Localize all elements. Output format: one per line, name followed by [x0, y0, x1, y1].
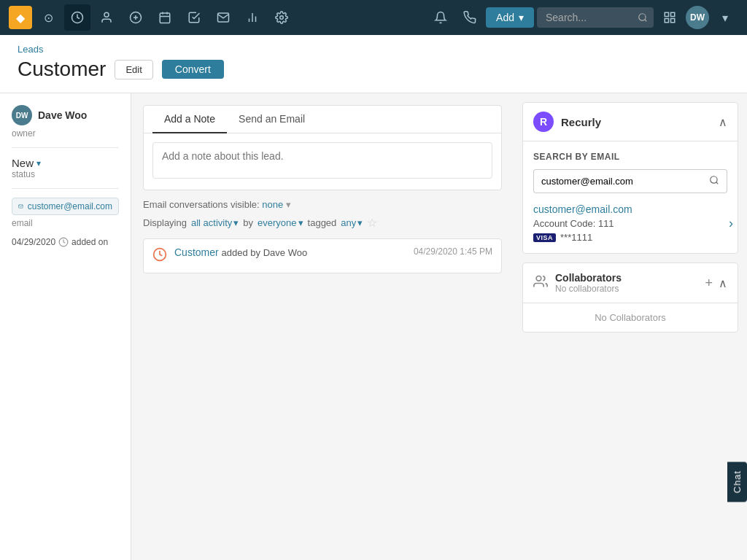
activity-body: Customer added by Dave Woo	[174, 246, 406, 258]
status-label: status	[12, 169, 119, 179]
result-navigate-icon[interactable]: ›	[729, 216, 733, 231]
all-activity-filter[interactable]: all activity ▾	[191, 217, 239, 228]
page-header: Leads Customer Edit Convert	[0, 35, 747, 93]
page-title: Customer	[18, 58, 106, 81]
recurly-logo: R	[533, 112, 554, 132]
email-badge[interactable]: customer@email.com	[12, 198, 119, 215]
search-by-email-label: SEARCH BY EMAIL	[533, 152, 727, 162]
added-label: added on	[71, 237, 108, 247]
visibility-dropdown[interactable]: none	[262, 199, 283, 210]
nav-icon-contacts[interactable]	[93, 4, 120, 31]
collab-header: Collaborators No collaborators + ∧	[523, 263, 738, 303]
email-search-field[interactable]	[533, 169, 702, 193]
email-value: customer@email.com	[28, 201, 112, 211]
brand-logo: ◆	[9, 6, 32, 29]
user-avatar[interactable]: DW	[686, 6, 709, 29]
email-visibility: Email conversations visible: none ▾	[143, 199, 502, 210]
nav-icon-activity[interactable]	[64, 4, 90, 31]
chat-widget[interactable]: Chat	[727, 462, 747, 502]
owner-label: owner	[12, 128, 119, 139]
add-button[interactable]: Add ▾	[486, 7, 534, 28]
owner-avatar: DW	[12, 105, 32, 125]
top-nav: ◆ ⊙	[0, 0, 747, 35]
email-search-row	[533, 169, 727, 193]
no-collaborators-text: No Collaborators	[595, 312, 666, 323]
everyone-filter[interactable]: everyone ▾	[258, 217, 303, 228]
tab-add-note[interactable]: Add a Note	[152, 106, 227, 133]
recurly-collapse-icon[interactable]: ∧	[719, 115, 727, 129]
tab-content	[144, 133, 501, 190]
nav-icon-dashboard[interactable]: ⊙	[35, 4, 61, 31]
status-text: New	[12, 157, 34, 169]
recurly-title: Recurly	[561, 116, 601, 128]
activity-type-icon	[152, 247, 167, 265]
right-sidebar: R Recurly ∧ SEARCH BY EMAIL customer@ema	[514, 93, 747, 560]
activity-desc: added by Dave Woo	[222, 247, 308, 258]
recurly-card: R Recurly ∧ SEARCH BY EMAIL customer@ema	[522, 102, 738, 254]
activity-link[interactable]: Customer	[174, 246, 219, 258]
nav-icon-calendar[interactable]	[152, 4, 178, 31]
search-input[interactable]	[537, 7, 654, 28]
status-caret-icon[interactable]: ▾	[36, 158, 41, 168]
activity-timestamp: 04/29/2020 1:45 PM	[414, 246, 492, 257]
svg-rect-5	[160, 13, 170, 23]
nav-icon-settings[interactable]	[268, 4, 295, 31]
tab-send-email[interactable]: Send an Email	[227, 106, 317, 133]
svg-point-21	[711, 176, 717, 183]
nav-icon-reports[interactable]	[239, 4, 266, 31]
svg-line-22	[716, 182, 719, 184]
collab-collapse-icon[interactable]: ∧	[719, 276, 727, 290]
activity-item: Customer added by Dave Woo 04/29/2020 1:…	[143, 238, 502, 273]
svg-point-13	[639, 14, 646, 20]
svg-point-23	[536, 276, 541, 281]
nav-bell-icon[interactable]	[427, 4, 454, 31]
main-content: Add a Note Send an Email Email conversat…	[131, 93, 514, 560]
svg-line-14	[645, 20, 647, 22]
collaborators-icon	[533, 274, 548, 292]
nav-icon-finance[interactable]	[123, 4, 149, 31]
card-number: ***1111	[560, 232, 592, 243]
star-icon[interactable]: ☆	[367, 216, 377, 230]
result-email[interactable]: customer@email.com	[533, 203, 727, 215]
edit-button[interactable]: Edit	[115, 60, 152, 79]
nav-grid-icon[interactable]	[657, 4, 683, 31]
date-added: 04/29/2020	[12, 237, 55, 247]
tabs-panel: Add a Note Send an Email	[143, 105, 502, 190]
collaborators-subtitle: No collaborators	[555, 284, 622, 294]
convert-button[interactable]: Convert	[162, 60, 224, 79]
svg-rect-15	[665, 12, 668, 16]
add-collaborator-icon[interactable]: +	[705, 276, 713, 291]
email-field-label: email	[12, 218, 119, 228]
nav-icon-email[interactable]	[210, 4, 236, 31]
svg-point-1	[104, 12, 109, 17]
any-filter[interactable]: any ▾	[341, 217, 363, 228]
owner-name: Dave Woo	[38, 109, 87, 121]
breadcrumb[interactable]: Leads	[18, 44, 729, 55]
user-menu-chevron[interactable]: ▾	[712, 4, 738, 31]
collaborators-card: Collaborators No collaborators + ∧ No Co…	[522, 262, 738, 332]
nav-phone-icon[interactable]	[457, 4, 483, 31]
tabs-header: Add a Note Send an Email	[144, 106, 501, 133]
recurly-card-header: R Recurly ∧	[523, 103, 738, 141]
svg-rect-17	[671, 19, 675, 23]
collab-body: No Collaborators	[523, 303, 738, 332]
nav-icon-tasks[interactable]	[181, 4, 207, 31]
result-account: Account Code: 111	[533, 218, 727, 229]
visa-badge: VISA	[533, 233, 556, 242]
activity-filter: Displaying all activity ▾ by everyone ▾ …	[143, 216, 502, 230]
svg-rect-18	[665, 19, 668, 23]
result-card-row: VISA ***1111	[533, 232, 727, 243]
left-sidebar: DW Dave Woo owner New ▾ status customer@…	[0, 93, 131, 560]
collaborators-title: Collaborators	[555, 272, 622, 284]
svg-point-12	[280, 16, 284, 20]
recurly-card-body: SEARCH BY EMAIL customer@email.com Accou…	[523, 141, 738, 253]
svg-rect-16	[671, 12, 675, 16]
note-textarea[interactable]	[152, 142, 492, 179]
recurly-result-item: customer@email.com Account Code: 111 VIS…	[533, 203, 727, 243]
email-search-button[interactable]	[702, 169, 727, 193]
